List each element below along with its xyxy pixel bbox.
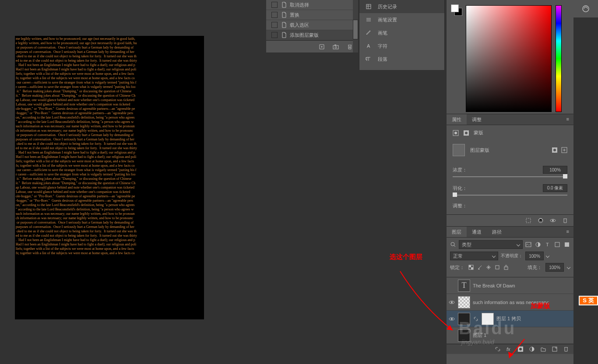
tab-paths[interactable]: 路径 <box>487 227 507 237</box>
svg-point-1 <box>335 46 337 48</box>
tab-adjustments[interactable]: 调整 <box>467 114 487 125</box>
layer-item[interactable]: such information as was necessary; <box>447 294 573 311</box>
panel-menu-icon[interactable]: ≡ <box>562 227 573 237</box>
fg-color[interactable] <box>451 4 459 12</box>
canvas-area[interactable]: me legibly written, and how to be pronou… <box>0 0 266 364</box>
checkbox-icon[interactable] <box>271 22 278 28</box>
history-item[interactable]: 置换 <box>266 10 358 20</box>
lock-transparent-icon[interactable] <box>468 264 474 270</box>
color-swatch[interactable] <box>451 4 462 16</box>
brush-icon <box>366 30 372 36</box>
filter-shape-icon[interactable] <box>554 242 560 248</box>
layer-item[interactable]: T The Break Of Dawn <box>447 277 573 294</box>
trash-icon[interactable] <box>563 346 569 352</box>
strip-label: 历史记录 <box>378 4 397 10</box>
checkbox-icon[interactable] <box>271 32 278 38</box>
opacity-input[interactable] <box>525 252 544 260</box>
strip-label: 画笔设置 <box>378 17 397 23</box>
feather-input[interactable] <box>543 184 567 192</box>
apply-mask-icon[interactable] <box>538 217 544 224</box>
arrow-annotation <box>396 267 461 337</box>
svg-text:T: T <box>546 242 549 247</box>
history-item[interactable]: 取消选择 <box>266 0 358 10</box>
svg-rect-21 <box>565 242 569 247</box>
chevron-down-icon <box>492 254 496 258</box>
create-document-icon[interactable] <box>319 44 325 50</box>
group-icon[interactable] <box>540 346 546 352</box>
svg-point-10 <box>553 149 556 151</box>
trash-icon[interactable] <box>562 217 568 224</box>
filter-smart-icon[interactable] <box>564 242 570 248</box>
cc-libraries-icon[interactable] <box>573 0 598 18</box>
strip-character[interactable]: A 字符 <box>359 39 444 52</box>
lock-position-icon[interactable] <box>485 264 492 270</box>
tab-layers[interactable]: 图层 <box>447 227 467 237</box>
tab-channels[interactable]: 通道 <box>467 227 487 237</box>
blend-row: 正常 不透明度： <box>450 252 570 260</box>
brush-settings-icon <box>366 17 372 23</box>
mask-label: 蒙版 <box>474 130 483 136</box>
slider-knob[interactable] <box>563 174 567 178</box>
lock-all-icon[interactable] <box>503 264 509 270</box>
filter-image-icon[interactable] <box>525 242 531 248</box>
filter-adjust-icon[interactable] <box>535 242 541 248</box>
right-panels: 属性 调整 ≡ 蒙版 图层蒙版 浓度： 羽化： 调整： <box>447 0 573 364</box>
pixel-mask-icon[interactable] <box>453 130 459 136</box>
select-pixel-mask-icon[interactable] <box>552 147 558 153</box>
strip-brush[interactable]: 画笔 <box>359 26 444 39</box>
svg-rect-20 <box>555 242 559 247</box>
link-layers-icon[interactable] <box>495 346 501 352</box>
lock-artboard-icon[interactable] <box>494 264 500 270</box>
feather-slider[interactable] <box>453 195 567 196</box>
character-icon: A <box>366 43 372 49</box>
svg-point-8 <box>465 132 468 134</box>
chevron-down-icon[interactable] <box>567 266 570 269</box>
filter-text-icon[interactable]: T <box>545 242 551 248</box>
ime-indicator[interactable]: S 英 <box>579 296 598 305</box>
text-art: me legibly written, and how to be pronou… <box>15 36 204 256</box>
svg-rect-25 <box>496 266 499 269</box>
load-selection-icon[interactable] <box>525 217 531 224</box>
panel-menu-icon[interactable]: ≡ <box>562 114 573 125</box>
checkbox-icon[interactable] <box>271 12 278 18</box>
color-field[interactable] <box>466 5 552 112</box>
strip-brush-settings[interactable]: 画笔设置 <box>359 13 444 26</box>
adjustment-layer-icon[interactable] <box>529 346 535 352</box>
layer-mask-row: 图层蒙版 <box>453 141 567 159</box>
scrollbar-thumb[interactable] <box>353 20 358 39</box>
svg-rect-2 <box>334 45 336 46</box>
add-vector-mask-icon[interactable] <box>561 147 567 153</box>
mask-thumbnail[interactable] <box>453 144 465 156</box>
new-layer-icon[interactable] <box>552 346 558 352</box>
lock-pixels-icon[interactable] <box>477 264 483 270</box>
history-label: 添加图层蒙版 <box>290 32 319 38</box>
feather-label: 羽化： <box>453 185 467 192</box>
trash-icon[interactable] <box>347 44 353 50</box>
slider-knob[interactable] <box>453 192 457 197</box>
fill-input[interactable] <box>545 263 564 272</box>
density-slider[interactable] <box>453 176 567 177</box>
strip-paragraph[interactable]: 段落 <box>359 52 444 66</box>
tab-properties[interactable]: 属性 <box>447 114 467 125</box>
document[interactable]: me legibly written, and how to be pronou… <box>15 36 204 319</box>
chevron-down-icon[interactable] <box>546 254 549 258</box>
hue-slider[interactable] <box>556 5 562 112</box>
filter-kind-select[interactable]: 类型 <box>459 240 523 249</box>
vector-mask-icon[interactable] <box>463 130 469 136</box>
strip-label: 段落 <box>378 56 387 63</box>
scrollbar[interactable] <box>353 0 358 52</box>
watermark-url: jingyan.baid <box>461 339 494 346</box>
history-item-selected[interactable]: 添加图层蒙版 <box>266 30 358 40</box>
density-input[interactable] <box>543 166 567 174</box>
svg-rect-23 <box>469 265 471 267</box>
layer-name[interactable]: The Break Of Dawn <box>473 283 515 288</box>
strip-history[interactable]: 历史记录 <box>359 0 444 13</box>
search-icon[interactable] <box>450 242 456 248</box>
checkbox-icon[interactable] <box>271 2 278 8</box>
history-item[interactable]: 载入选区 <box>266 20 358 30</box>
svg-rect-26 <box>504 267 508 270</box>
toggle-mask-icon[interactable] <box>550 217 556 224</box>
camera-icon[interactable] <box>333 44 339 50</box>
filter-icons: T <box>525 242 570 248</box>
blend-mode-select[interactable]: 正常 <box>450 252 498 260</box>
